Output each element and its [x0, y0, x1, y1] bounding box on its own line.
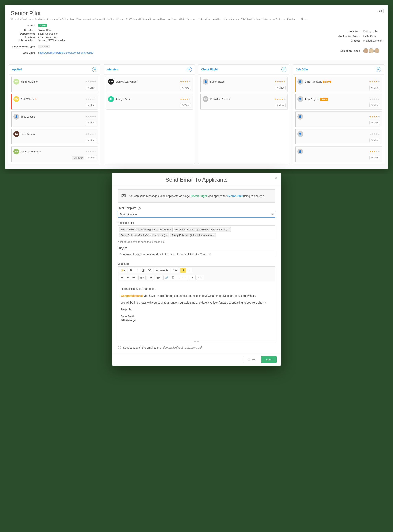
avatar: 👤 — [297, 114, 303, 120]
view-button[interactable]: ✎ View — [86, 103, 96, 107]
job-title: Senior Pilot — [11, 10, 382, 16]
hired-badge: HIRED — [323, 81, 331, 83]
applicant-card[interactable]: JWJohn Wilson★★★★★✎ View — [11, 129, 98, 144]
star-rating: ★★★★★ — [180, 81, 191, 83]
stage-title: Applied — [12, 68, 22, 71]
edit-button[interactable]: Edit — [376, 9, 383, 13]
stage-check-flight: Check Flight✉ 👤Susan Nixon★★★★★✎ ViewGBG… — [198, 64, 290, 164]
stage-job-offer: Job Offer✉ 👤Gino RandazzoHIRED★★★★★✎ Vie… — [293, 64, 384, 164]
avatar: 👤 — [13, 114, 19, 120]
mail-icon[interactable]: ✉ — [187, 67, 192, 72]
applicant-card[interactable]: 👤Gino RandazzoHIRED★★★★★✎ View — [295, 77, 382, 92]
view-button[interactable]: ✎ View — [369, 103, 380, 107]
view-button[interactable]: ✎ View — [275, 103, 285, 107]
meta-right: Location:Sydney Office Application Form:… — [336, 29, 382, 54]
avatar: 👤 — [297, 149, 303, 154]
applicant-name: John Wilson — [21, 133, 84, 136]
star-rating: ★★★★★ — [369, 150, 380, 153]
stage-title: Job Offer — [296, 68, 308, 71]
star-rating: ★★★★★ — [85, 115, 96, 118]
status-badge: Active — [38, 24, 47, 27]
unread-badge: UNREAD — [72, 156, 84, 160]
avatar — [369, 48, 374, 53]
applicant-name: Jocelyn Jacks — [116, 98, 179, 101]
stage-title: Interview — [107, 68, 119, 71]
applicant-card[interactable]: 👤★★★★★✎ View — [295, 111, 382, 127]
view-button[interactable]: ✎ View — [86, 121, 96, 125]
applicant-name: Geraldine Bainrot — [210, 98, 273, 101]
stage-interview: Interview✉ SWStanley Wainwright★★★★★✎ Vi… — [104, 64, 195, 164]
mail-icon[interactable]: ✉ — [281, 67, 286, 72]
star-rating: ★★★★★ — [275, 98, 285, 101]
star-rating: ★★★★★ — [85, 133, 96, 135]
applicant-card[interactable]: 👤Susan Nixon★★★★★✎ View — [200, 77, 288, 92]
star-rating: ★★★★★ — [369, 81, 380, 83]
applicant-card[interactable]: JJJocelyn Jacks★★★★★✎ View — [106, 94, 193, 110]
applicant-card[interactable]: 👤★★★★★✎ View — [295, 146, 382, 162]
status-label: Status — [11, 24, 38, 27]
star-rating: ★★★★★ — [369, 115, 380, 118]
avatar: 👤 — [297, 131, 303, 137]
avatar: GB — [203, 96, 208, 102]
mail-icon[interactable]: ✉ — [92, 67, 97, 72]
applicant-name: Tess Jacobs — [21, 115, 84, 118]
applicant-name: Gino RandazzoHIRED — [305, 80, 368, 83]
view-button[interactable]: ✎ View — [180, 103, 191, 107]
applicant-card[interactable]: RWRob Wilson ⚑★★★★★✎ View — [11, 94, 98, 110]
applicant-card[interactable]: YMYanni Mulgahy★★★★★✎ View — [11, 77, 98, 92]
view-button[interactable]: ✎ View — [86, 86, 96, 90]
avatar — [363, 48, 368, 53]
web-link[interactable]: https://arielair.hrpartner.io/jobs/senio… — [38, 51, 93, 54]
star-rating: ★★★★★ — [180, 98, 191, 101]
avatar: YM — [13, 79, 19, 85]
stage-applied: Applied✉ YMYanni Mulgahy★★★★★✎ ViewRWRob… — [9, 64, 100, 164]
view-button[interactable]: ✎ View — [86, 156, 96, 160]
applicant-card[interactable]: 👤Tony RogersHIRED★★★★★✎ View — [295, 94, 382, 110]
employment-type-badge: Full Time — [38, 45, 50, 48]
star-rating: ★★★★★ — [369, 98, 380, 101]
send-email-modal: Send Email To Applicants × ✉ You can sen… — [112, 173, 281, 174]
hired-badge: HIRED — [320, 98, 328, 101]
avatar: JW — [13, 131, 19, 137]
avatar: RW — [13, 96, 19, 102]
view-button[interactable]: ✎ View — [275, 86, 285, 90]
avatar: SW — [108, 79, 114, 85]
applicant-name: natalie broomfield — [21, 150, 84, 153]
mail-icon[interactable]: ✉ — [376, 67, 381, 72]
view-button[interactable]: ✎ View — [180, 86, 191, 90]
star-rating: ★★★★★ — [369, 133, 380, 135]
avatar: 👤 — [297, 79, 303, 85]
job-header: Edit Senior Pilot We are looking for a s… — [5, 5, 388, 60]
flag-icon: ⚑ — [34, 98, 37, 101]
meta-left: Position:Senior Pilot Department:Flight … — [11, 29, 93, 54]
view-button[interactable]: ✎ View — [369, 121, 380, 125]
view-button[interactable]: ✎ View — [369, 156, 380, 160]
applicant-card[interactable]: 👤★★★★★✎ View — [295, 129, 382, 144]
avatar: 👤 — [203, 79, 208, 85]
applicant-name: Stanley Wainwright — [116, 80, 179, 83]
view-button[interactable]: ✎ View — [369, 86, 380, 90]
star-rating: ★★★★★ — [85, 98, 96, 101]
avatar: JJ — [108, 96, 114, 102]
stage-title: Check Flight — [201, 68, 218, 71]
avatar: NB — [13, 149, 19, 154]
star-rating: ★★★★★ — [275, 81, 285, 83]
view-button[interactable]: ✎ View — [369, 138, 380, 142]
applicant-name: Rob Wilson ⚑ — [21, 98, 84, 101]
stage-columns: Applied✉ YMYanni Mulgahy★★★★★✎ ViewRWRob… — [5, 64, 388, 169]
star-rating: ★★★★★ — [85, 150, 96, 153]
applicant-name: Susan Nixon — [210, 80, 273, 83]
applicant-card[interactable]: NBnatalie broomfield★★★★★UNREAD✎ View — [11, 146, 98, 162]
applicant-name: Tony RogersHIRED — [305, 98, 368, 101]
applicant-card[interactable]: 👤Tess Jacobs★★★★★✎ View — [11, 111, 98, 127]
job-description: We are looking for a senior pilot to joi… — [11, 18, 382, 21]
avatar: 👤 — [297, 96, 303, 102]
applicant-card[interactable]: GBGeraldine Bainrot★★★★★✎ View — [200, 94, 288, 110]
applicant-name: Yanni Mulgahy — [21, 80, 84, 83]
star-rating: ★★★★★ — [85, 81, 96, 83]
applicant-card[interactable]: SWStanley Wainwright★★★★★✎ View — [106, 77, 193, 92]
avatar — [374, 48, 379, 53]
page-card: Edit Senior Pilot We are looking for a s… — [5, 5, 388, 169]
view-button[interactable]: ✎ View — [86, 138, 96, 142]
selection-panel-avatars — [363, 48, 382, 53]
